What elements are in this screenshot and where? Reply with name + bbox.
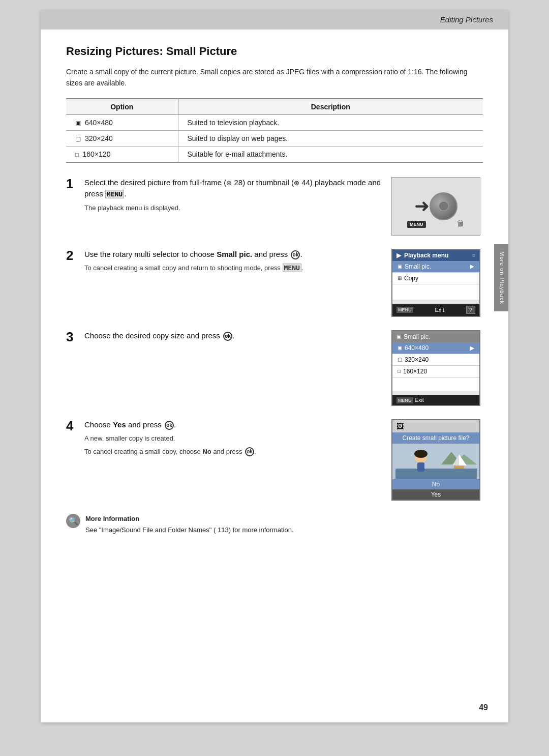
help-icon: ?	[466, 306, 475, 314]
svg-point-9	[414, 450, 428, 458]
playback-menu-screen: ▶ Playback menu ≡ ▣ Small pic. ▶ ⊞ Copy	[391, 249, 480, 317]
step-2-image: ▶ Playback menu ≡ ▣ Small pic. ▶ ⊞ Copy	[391, 249, 483, 317]
table-cell-option-3: □ 160×120	[66, 146, 178, 162]
ref-icon-2: ⊛	[294, 179, 299, 187]
size-icon-320: ▢	[398, 357, 402, 362]
more-info-body: See "Image/Sound File and Folder Names" …	[85, 526, 294, 534]
step-4-note: A new, smaller copy is created.	[84, 433, 381, 444]
ok-button-icon-2: ok	[291, 250, 300, 259]
size-label-160: 160×120	[403, 368, 427, 375]
menu-key-2: MENU	[283, 264, 301, 272]
table-cell-desc-1: Suited to television playback.	[178, 114, 483, 130]
confirm-screen: 🖼 Create small picture file?	[391, 419, 480, 501]
step-2-title: Use the rotary multi selector to choose …	[84, 249, 381, 260]
copy-icon: ⊞	[398, 275, 402, 281]
table-cell-option-2-value: 320×240	[85, 134, 113, 142]
menu-item-copy-label: Copy	[404, 275, 418, 282]
page-title: Resizing Pictures: Small Picture	[66, 45, 483, 58]
ok-button-icon-4b: ok	[245, 447, 254, 456]
step-2-body: Use the rotary multi selector to choose …	[84, 249, 391, 273]
confirm-yes-option[interactable]: Yes	[392, 489, 479, 500]
confirm-image-preview	[392, 444, 479, 479]
size-screen-header-label: Small pic.	[404, 333, 430, 340]
small-pic-icon: ▣	[398, 264, 402, 269]
table-row: ▣ 640×480 Suited to television playback.	[66, 114, 483, 130]
step-number-1: 1	[66, 176, 84, 192]
header-bar: Editing Pictures	[41, 10, 508, 30]
step-1-image: ➜ MENU 🗑	[391, 177, 483, 236]
menu-item-small-pic: ▣ Small pic. ▶	[392, 261, 479, 273]
page-number: 49	[479, 703, 488, 712]
size-selection-screen: ▣ Small pic. ▣ 640×480 ▶ ▢ 320×240 □ 1	[391, 330, 480, 406]
ref-icon-1: ⊛	[226, 179, 232, 187]
more-info-icon: 🔍	[66, 514, 80, 528]
table-cell-option-2: ▢ 320×240	[66, 130, 178, 146]
menu-footer: MENU Exit ?	[392, 304, 479, 316]
table-cell-option-3-value: 160×120	[83, 150, 111, 158]
step-3-title: Choose the desired copy size and press o…	[84, 330, 381, 342]
svg-rect-3	[395, 469, 477, 479]
size-icon-640: ▣	[398, 345, 402, 351]
menu-item-arrow-1: ▶	[470, 264, 474, 269]
table-cell-desc-3: Suitable for e-mail attachments.	[178, 146, 483, 162]
section-title: Editing Pictures	[440, 15, 493, 24]
size-item-160: □ 160×120	[392, 366, 479, 377]
table-header-option: Option	[66, 99, 178, 115]
ok-button-icon-4: ok	[165, 421, 174, 430]
trash-icon: 🗑	[456, 219, 465, 228]
step-4-note2: To cancel creating a small copy, choose …	[84, 447, 381, 457]
menu-scroll-icon: ≡	[472, 252, 475, 258]
menu-screen-header: ▶ Playback menu ≡	[392, 250, 479, 261]
options-table: Option Description ▣ 640×480 Suited to t…	[66, 98, 483, 163]
intro-text: Create a small copy of the current pictu…	[66, 66, 483, 89]
size-item-320: ▢ 320×240	[392, 354, 479, 366]
play-icon: ▶	[396, 252, 401, 259]
confirm-question: Create small picture file?	[392, 432, 479, 444]
size-menu-key: MENU	[396, 397, 413, 403]
confirm-no-option[interactable]: No	[392, 479, 479, 489]
menu-key-1: MENU	[105, 190, 124, 198]
menu-spacer	[392, 284, 479, 300]
content-area: Resizing Pictures: Small Picture Create …	[41, 30, 508, 556]
size-item-640: ▣ 640×480 ▶	[392, 342, 479, 354]
table-cell-option-1: ▣ 640×480	[66, 114, 178, 130]
size-label-320: 320×240	[405, 356, 429, 363]
step-3-body: Choose the desired copy size and press o…	[84, 330, 391, 345]
step-3: 3 Choose the desired copy size and press…	[66, 330, 483, 406]
confirm-header: 🖼	[392, 420, 479, 432]
step-4: 4 Choose Yes and press ok. A new, smalle…	[66, 419, 483, 501]
size-icon-2: ▢	[75, 135, 81, 142]
size-label-640: 640×480	[405, 344, 429, 352]
menu-item-copy: ⊞ Copy	[392, 273, 479, 284]
step-number-4: 4	[66, 418, 84, 434]
step-2: 2 Use the rotary multi selector to choos…	[66, 249, 483, 317]
more-info-title: More Information	[85, 514, 294, 524]
step-2-note: To cancel creating a small copy and retu…	[84, 263, 381, 273]
svg-rect-4	[454, 466, 464, 469]
table-row: ▢ 320×240 Suited to display on web pages…	[66, 130, 483, 146]
size-icon-3: □	[75, 152, 79, 158]
step-1-note: The playback menu is displayed.	[84, 203, 381, 213]
svg-rect-8	[417, 462, 424, 472]
page: Editing Pictures More on Playback Resizi…	[41, 10, 508, 722]
step-number-2: 2	[66, 248, 84, 264]
side-tab: More on Playback	[494, 244, 508, 311]
step-number-3: 3	[66, 329, 84, 345]
menu-exit-label: Exit	[435, 307, 444, 313]
size-screen-icon: ▣	[396, 334, 401, 339]
camera-diagram: ➜ MENU 🗑	[391, 177, 480, 236]
menu-button-label: MENU	[407, 221, 426, 228]
step-1-title: Select the desired picture from full-fra…	[84, 177, 381, 200]
table-cell-desc-2: Suited to display on web pages.	[178, 130, 483, 146]
confirm-icon: 🖼	[396, 422, 404, 430]
step-4-image: 🖼 Create small picture file?	[391, 419, 483, 501]
step-1-body: Select the desired picture from full-fra…	[84, 177, 391, 213]
more-info-section: 🔍 More Information See "Image/Sound File…	[66, 514, 483, 535]
menu-item-small-pic-label: Small pic.	[405, 263, 431, 270]
size-icon-1: ▣	[75, 120, 81, 127]
preview-svg	[395, 444, 477, 479]
arrow-icon: ➜	[414, 195, 430, 217]
step-4-title: Choose Yes and press ok.	[84, 419, 381, 431]
size-exit-label: Exit	[415, 397, 424, 403]
menu-key-icon: MENU	[396, 307, 413, 313]
